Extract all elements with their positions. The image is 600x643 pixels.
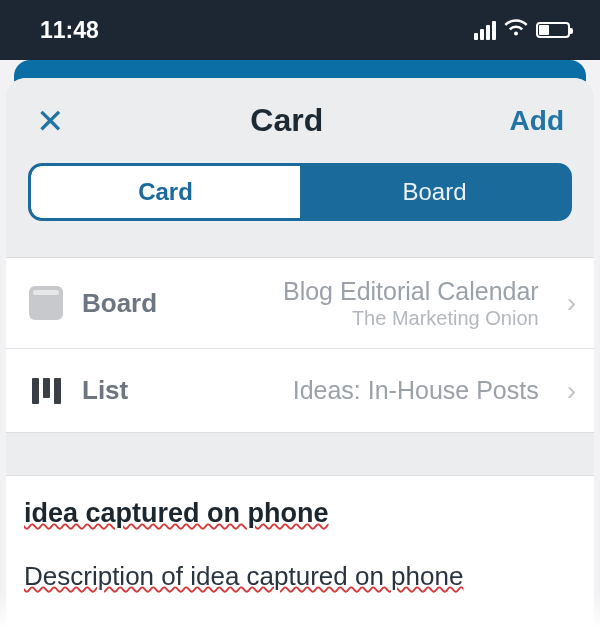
modal-header: ✕ Card Add	[6, 78, 594, 157]
status-indicators	[474, 17, 570, 44]
card-description-input[interactable]: Description of idea captured on phone	[24, 561, 576, 592]
close-icon[interactable]: ✕	[36, 104, 64, 138]
card-text-fields: idea captured on phone Description of id…	[6, 475, 594, 632]
list-row-value: Ideas: In-House Posts	[200, 375, 549, 406]
status-bar: 11:48	[0, 0, 600, 60]
battery-icon	[536, 22, 570, 38]
board-row-value-main: Blog Editorial Calendar	[200, 276, 539, 307]
segment-card[interactable]: Card	[31, 166, 300, 218]
destination-rows: Board Blog Editorial Calendar The Market…	[6, 257, 594, 433]
chevron-right-icon: ›	[567, 287, 576, 319]
list-selector-row[interactable]: List Ideas: In-House Posts ›	[6, 348, 594, 432]
board-row-value-sub: The Marketing Onion	[200, 307, 539, 330]
create-card-modal: ✕ Card Add Card Board Board Blog Editori…	[6, 78, 594, 632]
cellular-signal-icon	[474, 21, 496, 40]
modal-title: Card	[250, 102, 323, 139]
add-button[interactable]: Add	[510, 105, 564, 137]
status-time: 11:48	[40, 17, 99, 44]
board-icon	[28, 285, 64, 321]
board-row-label: Board	[82, 288, 182, 319]
list-row-label: List	[82, 375, 182, 406]
segmented-control[interactable]: Card Board	[28, 163, 572, 221]
card-title-input[interactable]: idea captured on phone	[24, 494, 576, 537]
segment-card-label: Card	[138, 178, 193, 206]
list-icon	[28, 373, 64, 409]
segment-board-label: Board	[402, 178, 466, 206]
board-row-value: Blog Editorial Calendar The Marketing On…	[200, 276, 549, 330]
list-row-value-main: Ideas: In-House Posts	[200, 375, 539, 406]
segment-board[interactable]: Board	[300, 166, 569, 218]
wifi-icon	[504, 17, 528, 44]
chevron-right-icon: ›	[567, 375, 576, 407]
board-selector-row[interactable]: Board Blog Editorial Calendar The Market…	[6, 258, 594, 348]
